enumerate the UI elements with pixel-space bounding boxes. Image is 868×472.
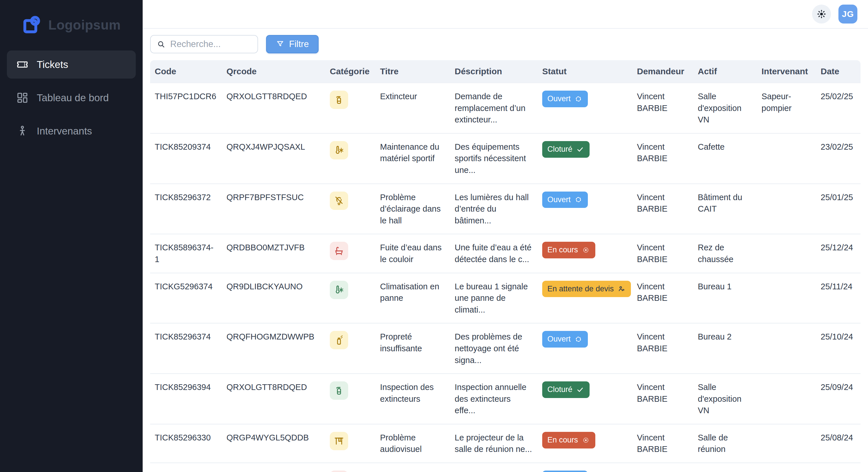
cell-code: TICK85296330 [150,425,222,463]
cell-description: Des équipements sportifs nécessitent une… [450,134,538,184]
cell-demandeur: Vincent BARBIE [632,184,693,235]
table-row[interactable]: TICK85296394 QRXOLGTT8RDQED Inspection d… [150,374,861,425]
cell-date: 25/08/24 [816,425,861,463]
cell-date: 25/01/25 [816,184,861,235]
cell-description: Inspection annuelle des extincteurs effe… [450,374,538,425]
cell-qrcode: QRPF7BPFSTFSUC [222,184,325,235]
cell-code: TICK85896374-1 [150,234,222,273]
cell-actif: Rez de chaussée [693,234,757,273]
avatar[interactable]: JG [838,5,857,24]
cell-titre: Maintenance du matériel sportif [375,134,450,184]
table-row[interactable]: TICK85296330 QRGP4WYGL5QDDB Problème aud… [150,425,861,463]
cell-demandeur: Vincent BARBIE [632,82,693,134]
filter-button-label: Filtre [289,39,309,49]
filter-button[interactable]: Filtre [266,35,319,53]
cell-demandeur: Vincent BARBIE [632,374,693,425]
cell-statut: En cours [538,425,632,463]
cell-date: 25/07/24 [816,463,861,472]
sidebar-item-label: Tableau de bord [37,92,109,103]
cell-code: TICK85296348-1 [150,463,222,472]
cell-category [325,374,375,425]
loader-icon [574,95,583,103]
topbar: JG [143,0,868,29]
theme-toggle-button[interactable] [812,5,831,24]
check-icon [576,385,584,394]
cell-qrcode: QRDBBO0MZTJVFB [222,234,325,273]
logo-icon [22,14,43,36]
category-chip [330,432,348,450]
toolbar: Filtre [143,29,868,60]
cell-titre: Inspection des extincteurs [375,374,450,425]
column-header: Code [150,60,222,82]
table-row[interactable]: TICK85296374 QRQFHOGMZDWWPB Propreté ins… [150,324,861,374]
cell-statut: En attente de devis [538,273,632,324]
search-input[interactable] [170,39,252,49]
progress-dots-icon [582,246,590,255]
cell-category [325,234,375,273]
cell-titre: Extincteur [375,82,450,134]
table-row[interactable]: TICK85209374 QRQXJ4WPJQSAXL Maintenance … [150,134,861,184]
cell-intervenant [757,425,816,463]
loader-icon [574,335,583,343]
cell-titre: Fuite d’eau dans le couloir [375,234,450,273]
cell-qrcode: QR9DLIBCKYAUNO [222,273,325,324]
sidebar-item-intervenants[interactable]: Intervenants [7,117,136,145]
cell-category [325,82,375,134]
sidebar-item-label: Tickets [37,59,68,70]
sidebar-item-dashboard[interactable]: Tableau de bord [7,84,136,112]
user-icon [617,284,626,293]
dashboard-icon [16,92,29,104]
cell-intervenant [757,324,816,374]
table-row[interactable]: TICK85296348-1 QRQXJ4WPJQSAXL Réparation… [150,463,861,472]
category-chip [330,91,348,109]
category-chip [330,331,348,349]
column-header: Déscription [450,60,538,82]
table-row[interactable]: THI57PC1DCR6 QRXOLGTT8RDQED Extincteur D… [150,82,861,134]
category-chip [330,141,348,160]
status-badge: Ouvert [542,471,588,472]
cell-demandeur: Vincent BARBIE [632,273,693,324]
extinguisher-icon [334,94,344,105]
cell-intervenant [757,463,816,472]
status-badge: En attente de devis [542,281,631,297]
table-row[interactable]: TICK85296372 QRPF7BPFSTFSUC Problème d’é… [150,184,861,235]
table-row[interactable]: TICK85896374-1 QRDBBO0MZTJVFB Fuite d’ea… [150,234,861,273]
category-chip [330,242,348,260]
status-badge: Ouvert [542,192,588,208]
cell-category [325,134,375,184]
cell-qrcode: QRGP4WYGL5QDDB [222,425,325,463]
cell-actif: Cafette [693,134,757,184]
cell-date: 25/11/24 [816,273,861,324]
cell-qrcode: QRQFHOGMZDWWPB [222,324,325,374]
cell-statut: En cours [538,234,632,273]
person-icon [16,125,29,137]
funnel-icon [276,40,284,48]
cell-category [325,425,375,463]
cell-category [325,184,375,235]
cell-intervenant: Sapeur-pompier [757,82,816,134]
cell-description: Le projecteur de la salle de réunion ne.… [450,425,538,463]
status-badge: Cloturé [542,141,590,158]
cell-description: Demande de remplacement d’un extincteur.… [450,82,538,134]
cell-code: TICK85296374 [150,324,222,374]
status-badge: En cours [542,432,595,448]
column-header: Statut [538,60,632,82]
status-badge: En cours [542,242,595,258]
table-header-row: CodeQrcodeCatégorieTitreDéscriptionStatu… [150,60,861,82]
logo-text: Logoipsum [48,17,121,33]
category-chip [330,471,348,472]
cell-code: TICK85209374 [150,134,222,184]
cell-demandeur: Vincent BARBIE [632,425,693,463]
cell-actif: Bureau 1 [693,273,757,324]
sidebar-item-tickets[interactable]: Tickets [7,50,136,78]
cell-actif: Cafette [693,463,757,472]
cell-code: TICKG5296374 [150,273,222,324]
table-row[interactable]: TICKG5296374 QR9DLIBCKYAUNO Climatisatio… [150,273,861,324]
status-badge: Ouvert [542,91,588,107]
cell-titre: Problème audiovisuel [375,425,450,463]
thermometer-snowflake-icon [334,284,344,295]
cell-intervenant [757,234,816,273]
cell-statut: Cloturé [538,134,632,184]
cell-category [325,324,375,374]
cell-actif: Bureau 2 [693,324,757,374]
